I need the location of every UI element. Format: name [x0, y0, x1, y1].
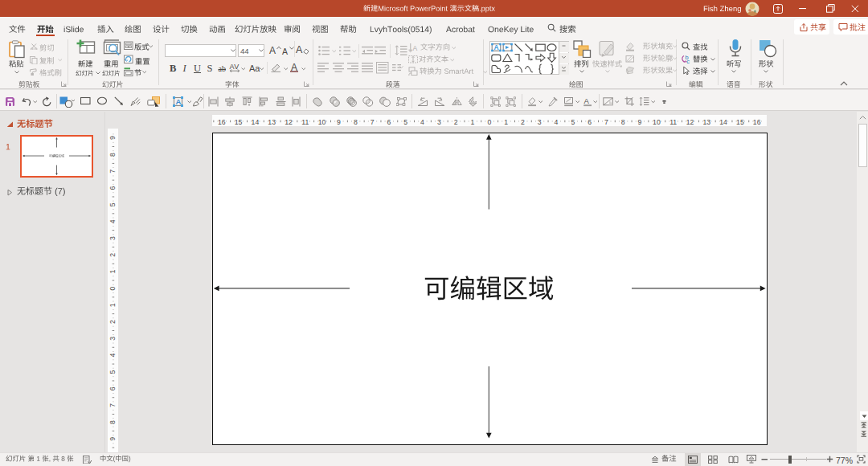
svg-text:12: 12	[285, 118, 293, 126]
svg-text:1: 1	[108, 270, 116, 274]
svg-text:8: 8	[353, 118, 357, 126]
svg-text:6: 6	[588, 118, 592, 126]
svg-text:3: 3	[108, 236, 116, 240]
svg-text:2: 2	[520, 118, 524, 126]
svg-text:15: 15	[736, 118, 744, 126]
svg-text:14: 14	[251, 118, 259, 126]
svg-text:9: 9	[337, 118, 341, 126]
svg-text:1: 1	[470, 118, 474, 126]
svg-text:11: 11	[669, 118, 677, 126]
svg-text:16: 16	[217, 118, 225, 126]
svg-text:A: A	[583, 96, 589, 105]
svg-text:2: 2	[108, 253, 116, 257]
svg-text:9: 9	[108, 437, 116, 441]
svg-text:A: A	[494, 43, 499, 51]
svg-text:3: 3	[537, 118, 541, 126]
svg-text:0: 0	[108, 286, 116, 290]
svg-text:13: 13	[702, 118, 710, 126]
svg-text:12: 12	[686, 118, 694, 126]
svg-text:c: c	[686, 58, 690, 63]
svg-text:8: 8	[620, 118, 624, 126]
svg-text:3: 3	[108, 337, 116, 341]
svg-text:9: 9	[637, 118, 641, 126]
svg-text:6: 6	[387, 118, 391, 126]
svg-text:2: 2	[108, 320, 116, 324]
svg-text:4: 4	[108, 354, 116, 358]
svg-text:5: 5	[108, 370, 116, 374]
svg-text:5: 5	[571, 118, 575, 126]
svg-text:A: A	[175, 97, 181, 106]
svg-text:5: 5	[108, 202, 116, 206]
svg-text:1: 1	[108, 303, 116, 307]
svg-text:11: 11	[301, 118, 309, 126]
svg-text:15: 15	[234, 118, 242, 126]
svg-text:7: 7	[370, 118, 374, 126]
svg-text:6: 6	[108, 386, 116, 390]
svg-text:10: 10	[653, 118, 661, 126]
svg-text:0: 0	[487, 118, 491, 126]
svg-text:2: 2	[453, 118, 457, 126]
svg-text:3: 3	[436, 118, 440, 126]
svg-text:8: 8	[108, 153, 116, 157]
svg-text:9: 9	[108, 136, 116, 140]
svg-text:A: A	[413, 43, 418, 51]
svg-text:7: 7	[108, 170, 116, 174]
svg-text:4: 4	[108, 219, 116, 223]
svg-text:10: 10	[317, 118, 326, 126]
svg-text:16: 16	[752, 118, 760, 126]
svg-text:1: 1	[504, 118, 508, 126]
svg-text:6: 6	[108, 186, 116, 190]
svg-text:8: 8	[108, 420, 116, 424]
svg-text:13: 13	[268, 118, 276, 126]
svg-text:14: 14	[719, 118, 727, 126]
svg-text:7: 7	[604, 118, 608, 126]
svg-text:5: 5	[403, 118, 407, 126]
svg-text:4: 4	[420, 118, 424, 126]
svg-text:7: 7	[108, 403, 116, 407]
svg-text:4: 4	[554, 118, 558, 126]
